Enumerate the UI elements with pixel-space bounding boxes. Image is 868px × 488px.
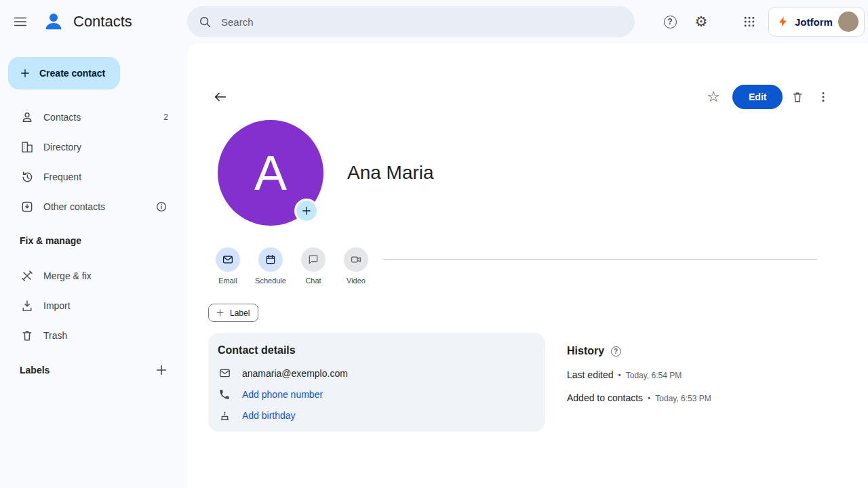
hamburger-icon [13,14,28,29]
star-icon: ☆ [707,88,720,106]
sidebar-item-contacts[interactable]: Contacts 2 [0,102,187,132]
contact-email: anamaria@exemplo.com [242,368,348,379]
top-bar: Contacts ? ⚙ [0,0,868,43]
search-icon [198,15,212,28]
contacts-logo-icon [42,10,65,33]
back-arrow-icon [213,89,228,104]
fix-and-manage-heading: Fix & manage [20,232,81,249]
apps-grid-icon [743,15,756,28]
add-birthday-link[interactable]: Add birthday [242,410,296,421]
history-help-icon[interactable]: ? [610,346,621,357]
plus-icon [19,67,31,79]
contact-details-card: Contact details anamaria@exemplo.com Add… [208,333,545,432]
sidebar-item-trash[interactable]: Trash [0,321,187,350]
help-button[interactable]: ? [656,8,684,35]
history-icon [20,170,34,184]
other-contacts-icon [20,200,34,214]
bullet-separator: • [618,371,621,380]
quick-actions: Email Schedule Chat Video [209,247,375,285]
more-vert-icon [816,90,830,104]
gear-icon: ⚙ [695,14,708,30]
import-icon [20,299,34,312]
add-phone-link[interactable]: Add phone number [242,389,323,400]
plus-icon [300,205,313,217]
settings-button[interactable]: ⚙ [688,8,715,35]
merge-fix-icon [20,269,34,283]
add-label-chip[interactable]: Label [208,304,258,322]
bullet-separator: • [648,394,650,403]
person-icon [20,110,34,124]
history-entry-added: Added to contacts • Today, 6:53 PM [567,392,711,403]
more-options-button[interactable] [810,83,837,110]
history-heading: History [567,345,604,357]
info-icon[interactable] [155,200,168,214]
user-avatar [838,12,859,32]
plus-icon [215,308,225,318]
sidebar: Create contact Contacts 2 Directory [0,43,187,488]
jotform-logo-icon [777,16,789,28]
delete-contact-button[interactable] [784,83,811,110]
labels-section: Labels [0,355,187,385]
calendar-icon [258,247,283,272]
app-logo-title[interactable]: Contacts [42,8,132,35]
google-contacts-app: Contacts ? ⚙ [0,0,868,488]
sidebar-item-import[interactable]: Import [0,291,187,321]
help-icon: ? [664,16,677,28]
contacts-count-badge: 2 [163,113,168,122]
video-icon [344,247,368,272]
sidebar-item-directory[interactable]: Directory [0,132,187,162]
create-contact-button[interactable]: Create contact [8,57,120,89]
history-entry-last-edited: Last edited • Today, 6:54 PM [567,369,711,380]
account-chip[interactable]: Jotform [768,7,865,37]
edit-button[interactable]: Edit [732,85,783,109]
sidebar-item-merge-fix[interactable]: Merge & fix [0,261,187,291]
directory-icon [20,140,34,154]
main-menu-button[interactable] [7,8,34,35]
email-icon [218,367,231,380]
sidebar-nav: Contacts 2 Directory Frequent Other con [0,102,187,222]
birthday-cake-icon [218,409,231,422]
chat-action-button: Chat [294,247,332,285]
phone-icon [218,388,231,401]
birthday-row: Add birthday [208,405,545,426]
chat-icon [301,247,326,272]
contact-details-heading: Contact details [218,344,545,357]
trash-icon [20,329,34,342]
divider [383,259,817,260]
apps-grid-button[interactable] [736,8,763,35]
email-action-button[interactable]: Email [209,247,247,285]
fix-manage-nav: Merge & fix Import Trash [0,261,187,350]
add-photo-button[interactable] [294,199,319,223]
email-icon [216,247,240,272]
search-bar[interactable] [187,6,635,37]
star-button[interactable]: ☆ [700,83,727,110]
search-input[interactable] [221,16,624,28]
contact-name: Ana Maria [347,162,434,184]
app-title: Contacts [73,13,132,30]
trash-icon [791,90,804,104]
back-button[interactable] [207,83,234,110]
labels-heading: Labels [20,365,50,375]
schedule-action-button[interactable]: Schedule [252,247,290,285]
avatar-initial: A [254,145,287,201]
video-action-button: Video [337,247,375,285]
account-name: Jotform [795,16,833,28]
email-row: anamaria@exemplo.com [208,363,545,384]
history-section: History ? Last edited • Today, 6:54 PM A… [567,345,711,403]
add-label-button[interactable] [153,362,170,378]
phone-row: Add phone number [208,384,545,405]
contact-detail-panel: ☆ Edit A Ana Maria Em [187,43,868,488]
sidebar-item-other-contacts[interactable]: Other contacts [0,192,187,222]
sidebar-item-frequent[interactable]: Frequent [0,162,187,192]
